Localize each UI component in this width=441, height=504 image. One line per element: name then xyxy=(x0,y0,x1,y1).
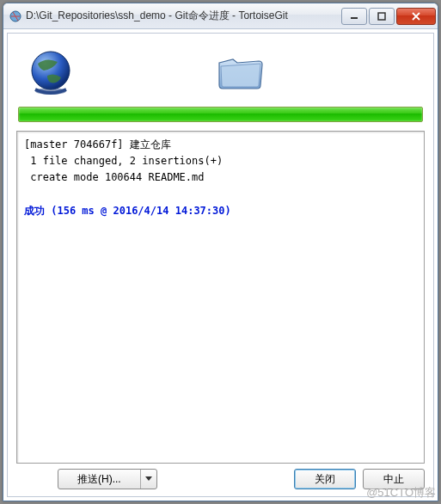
push-split-button[interactable]: 推送(H)... xyxy=(58,469,157,489)
abort-button[interactable]: 中止 xyxy=(363,469,425,489)
log-line: [master 704667f] 建立仓库 xyxy=(24,138,171,151)
button-row: 推送(H)... 关闭 中止 xyxy=(16,464,425,489)
output-log[interactable]: [master 704667f] 建立仓库 1 file changed, 2 … xyxy=(16,131,425,464)
app-window: D:\Git_Repositories\ssh_demo - Git命令进度 -… xyxy=(3,3,438,501)
titlebar[interactable]: D:\Git_Repositories\ssh_demo - Git命令进度 -… xyxy=(3,3,438,29)
success-detail: (156 ms @ 2016/4/14 14:37:30) xyxy=(45,205,231,217)
folder-icon xyxy=(214,51,266,94)
app-icon xyxy=(9,9,22,23)
progress-bar-wrap xyxy=(18,107,423,122)
svg-rect-2 xyxy=(378,13,385,20)
minimize-button[interactable] xyxy=(341,8,367,25)
success-label: 成功 xyxy=(24,205,45,217)
window-controls xyxy=(340,8,436,25)
progress-bar xyxy=(18,107,423,122)
icon-row xyxy=(16,39,425,102)
chevron-down-icon[interactable] xyxy=(141,470,156,489)
window-title: D:\Git_Repositories\ssh_demo - Git命令进度 -… xyxy=(26,9,340,23)
maximize-button[interactable] xyxy=(369,8,395,25)
client-area: [master 704667f] 建立仓库 1 file changed, 2 … xyxy=(7,33,434,497)
close-button[interactable]: 关闭 xyxy=(294,469,356,489)
globe-icon xyxy=(25,46,77,98)
svg-point-3 xyxy=(32,52,70,89)
push-button-label[interactable]: 推送(H)... xyxy=(58,470,141,489)
log-line: 1 file changed, 2 insertions(+) xyxy=(24,155,223,167)
close-window-button[interactable] xyxy=(396,8,436,25)
log-line: create mode 100644 README.md xyxy=(24,171,205,183)
